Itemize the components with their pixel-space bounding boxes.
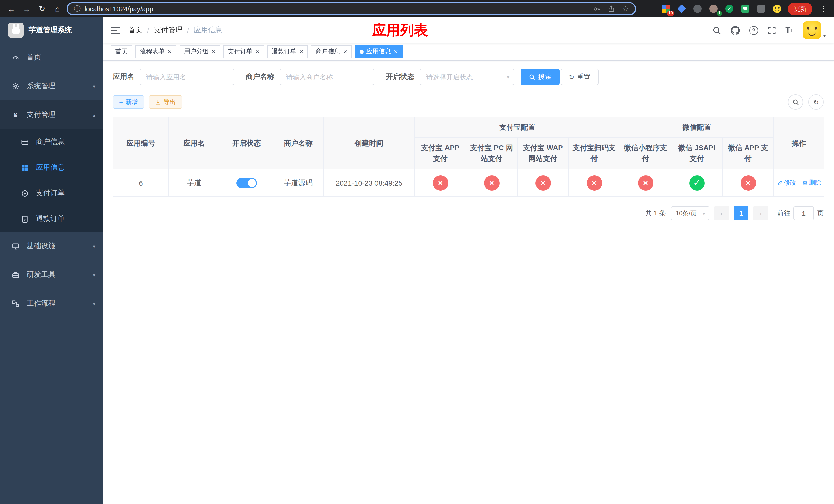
app-title: 芋道管理系统	[29, 26, 72, 35]
app-table: 应用编号 应用名 开启状态 商户名称 创建时间 支付宝配置 微信配置 操作 支付…	[113, 117, 824, 197]
tab-process-form[interactable]: 流程表单×	[135, 45, 176, 58]
col-header-app-name: 应用名	[169, 117, 220, 169]
extensions-puzzle-icon[interactable]: 10	[661, 4, 671, 14]
sidebar-item-refund-orders[interactable]: 退款订单	[0, 206, 103, 232]
order-icon	[21, 189, 29, 198]
col-header-wechat-jsapi: 微信 JSAPI 支付	[671, 138, 722, 169]
home-icon[interactable]: ⌂	[51, 3, 64, 15]
close-icon[interactable]: ×	[168, 48, 172, 55]
close-icon[interactable]: ×	[300, 48, 303, 55]
goto-page-input[interactable]	[793, 206, 814, 221]
col-group-alipay: 支付宝配置	[415, 117, 620, 138]
browser-menu-icon[interactable]: ⋮	[818, 4, 829, 13]
tab-pay-orders[interactable]: 支付订单×	[223, 45, 264, 58]
tab-merchant-info[interactable]: 商户信息×	[311, 45, 352, 58]
page-1-button[interactable]: 1	[734, 206, 748, 221]
site-info-icon[interactable]: ⓘ	[74, 4, 81, 13]
merchant-name-input[interactable]	[280, 69, 374, 85]
edit-link[interactable]: 修改	[777, 178, 796, 187]
github-icon[interactable]	[730, 25, 740, 35]
chevron-down-icon: ▾	[93, 243, 95, 249]
docs-help-icon[interactable]: ?	[749, 26, 758, 35]
document-icon	[21, 215, 29, 223]
back-icon[interactable]: ←	[5, 3, 18, 15]
sidebar-item-home[interactable]: 首页	[0, 43, 103, 72]
app-logo[interactable]: 芋道管理系统	[0, 18, 103, 43]
page-size-select[interactable]: 10条/页 ▾	[671, 206, 709, 221]
table-row: 6 芋道 芋道源码 2021-10-23 08:49:25 × × × × ×	[113, 169, 824, 197]
extension-diamond-icon[interactable]	[677, 4, 687, 14]
alipay-pc-status-icon: ×	[484, 175, 499, 190]
trash-icon	[802, 180, 808, 186]
refresh-icon: ↻	[569, 73, 574, 81]
close-icon[interactable]: ×	[212, 48, 215, 55]
sidebar-item-app-info[interactable]: 应用信息	[0, 155, 103, 181]
extension-dark-icon[interactable]	[693, 4, 703, 14]
password-key-icon[interactable]	[593, 5, 601, 13]
filter-form: 应用名 商户名称 开启状态 ▾	[113, 69, 824, 85]
prev-page-button[interactable]: ‹	[715, 206, 729, 221]
col-header-app-id: 应用编号	[113, 117, 169, 169]
tab-app-info[interactable]: 应用信息×	[355, 45, 402, 58]
dashboard-icon	[11, 53, 20, 62]
bookmark-star-icon[interactable]: ☆	[622, 5, 629, 13]
user-menu[interactable]: ▾	[803, 21, 826, 40]
extension-face-icon[interactable]	[772, 4, 782, 14]
fullscreen-icon[interactable]	[767, 26, 776, 35]
font-size-icon[interactable]: TT	[785, 26, 793, 35]
chrome-update-button[interactable]: 更新	[788, 2, 812, 15]
refresh-table-button[interactable]: ↻	[808, 94, 824, 110]
close-icon[interactable]: ×	[256, 48, 259, 55]
header-search-icon[interactable]	[712, 26, 721, 35]
sidebar-item-pay-orders[interactable]: 支付订单	[0, 181, 103, 206]
sidebar-item-workflow[interactable]: 工作流程 ▾	[0, 289, 103, 318]
sidebar-item-system[interactable]: 系统管理 ▾	[0, 72, 103, 100]
col-header-wechat-app: 微信 APP 支付	[722, 138, 774, 169]
col-header-created: 创建时间	[323, 117, 415, 169]
close-icon[interactable]: ×	[394, 48, 398, 55]
chevron-up-icon: ▴	[93, 112, 95, 118]
navbar: 首页 / 支付管理 / 应用信息 应用列表 ?	[103, 18, 834, 43]
close-icon[interactable]: ×	[344, 48, 347, 55]
extension-check-icon[interactable]: ✓	[724, 4, 734, 14]
status-toggle[interactable]	[236, 178, 257, 188]
grid-icon	[21, 164, 29, 172]
export-button[interactable]: 导出	[149, 95, 182, 109]
page-title: 应用列表	[372, 21, 428, 40]
col-header-merchant: 商户名称	[273, 117, 323, 169]
delete-link[interactable]: 删除	[802, 178, 821, 187]
app-name-input[interactable]	[139, 69, 235, 85]
add-button[interactable]: + 新增	[113, 95, 144, 109]
cell-status	[220, 169, 273, 197]
next-page-button[interactable]: ›	[753, 206, 768, 221]
status-select[interactable]: ▾	[420, 69, 514, 85]
breadcrumb-payment[interactable]: 支付管理	[154, 26, 182, 35]
sidebar-item-dev-tools[interactable]: 研发工具 ▾	[0, 260, 103, 289]
tab-user-group[interactable]: 用户分组×	[179, 45, 220, 58]
plus-icon: +	[119, 98, 123, 106]
share-icon[interactable]	[608, 5, 615, 12]
tab-home[interactable]: 首页	[111, 45, 132, 58]
reload-icon[interactable]: ↻	[36, 3, 48, 15]
col-group-wechat: 微信配置	[620, 117, 774, 138]
extension-pin-icon[interactable]	[756, 4, 766, 14]
toggle-search-button[interactable]	[788, 94, 803, 110]
sidebar-item-merchant-info[interactable]: 商户信息	[0, 129, 103, 155]
search-button[interactable]: 搜索	[521, 69, 559, 85]
status-label: 开启状态	[386, 72, 414, 82]
address-bar[interactable]: ⓘ localhost:1024/pay/app ☆	[67, 2, 636, 15]
sidebar-item-payment[interactable]: ¥ 支付管理 ▴	[0, 100, 103, 129]
forward-icon[interactable]: →	[21, 3, 33, 15]
reset-button[interactable]: ↻ 重置	[561, 69, 598, 85]
sidebar-toggle-icon[interactable]	[111, 27, 120, 33]
extension-profile-icon[interactable]: 1	[708, 4, 719, 14]
alipay-app-status-icon: ×	[433, 175, 448, 190]
extension-chat-icon[interactable]	[740, 4, 750, 14]
tab-refund-orders[interactable]: 退款订单×	[267, 45, 308, 58]
sidebar-item-infrastructure[interactable]: 基础设施 ▾	[0, 232, 103, 260]
goto-label: 前往	[777, 209, 790, 218]
status-select-input[interactable]	[420, 69, 514, 85]
tags-view: 首页 流程表单× 用户分组× 支付订单× 退款订单× 商户信息× 应用信息×	[103, 43, 834, 61]
col-header-alipay-wap: 支付宝 WAP 网站支付	[517, 138, 569, 169]
breadcrumb-home[interactable]: 首页	[128, 26, 142, 35]
